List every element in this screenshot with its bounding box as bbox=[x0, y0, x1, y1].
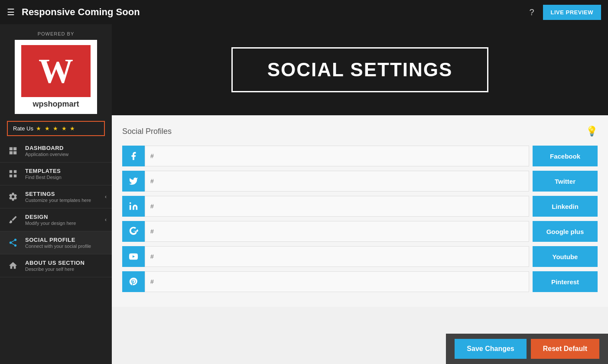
settings-panel: Social Profiles 💡 Facebook bbox=[112, 115, 608, 307]
design-icon bbox=[7, 214, 19, 226]
twitter-icon-btn bbox=[122, 171, 145, 192]
social-row-youtube: Youtube bbox=[122, 246, 598, 267]
facebook-button[interactable]: Facebook bbox=[533, 146, 598, 166]
pinterest-button[interactable]: Pinterest bbox=[533, 271, 598, 292]
save-changes-button[interactable]: Save Changes bbox=[455, 339, 526, 359]
svg-point-0 bbox=[130, 202, 131, 204]
settings-icon bbox=[7, 191, 19, 203]
live-preview-button[interactable]: LIVE PREVIEW bbox=[543, 5, 601, 20]
social-row-googleplus: Google plus bbox=[122, 221, 598, 242]
settings-sub: Customize your templates here bbox=[25, 198, 91, 203]
googleplus-button[interactable]: Google plus bbox=[533, 221, 598, 242]
social-profile-icon bbox=[7, 237, 19, 249]
pinterest-icon-btn bbox=[122, 271, 145, 292]
settings-arrow: ‹ bbox=[105, 194, 107, 200]
rate-us-label: Rate Us bbox=[13, 125, 33, 132]
googleplus-input[interactable] bbox=[145, 221, 529, 242]
facebook-icon-btn bbox=[122, 146, 145, 166]
help-icon[interactable]: ? bbox=[529, 7, 534, 17]
banner-title: SOCIAL SETTINGS bbox=[267, 59, 453, 80]
about-us-label: ABOUT US SECTION bbox=[25, 260, 85, 266]
lightbulb-icon[interactable]: 💡 bbox=[586, 126, 598, 137]
design-sub: Modify your design here bbox=[25, 221, 76, 226]
top-header: ☰ Responsive Coming Soon ? LIVE PREVIEW bbox=[0, 0, 608, 24]
main-layout: POWERED BY W wpshopmart Rate Us ★ ★ ★ ★ … bbox=[0, 24, 608, 364]
dashboard-icon bbox=[7, 145, 19, 157]
design-text: DESIGN Modify your design here bbox=[25, 214, 76, 226]
logo-letter: W bbox=[39, 54, 73, 88]
sidebar-item-settings[interactable]: SETTINGS Customize your templates here ‹ bbox=[0, 185, 112, 208]
social-profile-label: SOCIAL PROFILE bbox=[25, 237, 91, 243]
pinterest-input[interactable] bbox=[145, 271, 529, 292]
twitter-input[interactable] bbox=[145, 171, 529, 192]
sidebar-item-design[interactable]: DESIGN Modify your design here ‹ bbox=[0, 208, 112, 231]
dashboard-sub: Application overview bbox=[25, 152, 68, 157]
dashboard-text: DASHBOARD Application overview bbox=[25, 145, 68, 157]
sidebar-item-templates[interactable]: TEMPLATES Find Best Design bbox=[0, 162, 112, 185]
reset-default-button[interactable]: Reset Default bbox=[531, 339, 599, 359]
linkedin-input[interactable] bbox=[145, 196, 529, 217]
sidebar-item-about-us[interactable]: ABOUT US SECTION Describe your self here bbox=[0, 254, 112, 277]
linkedin-icon-btn bbox=[122, 196, 145, 217]
app-title: Responsive Coming Soon bbox=[22, 6, 529, 18]
social-profiles-header: Social Profiles 💡 bbox=[122, 126, 598, 137]
sidebar-nav: DASHBOARD Application overview TEMPLATES… bbox=[0, 140, 112, 364]
settings-panel-wrapper: Social Profiles 💡 Facebook bbox=[112, 115, 608, 364]
social-row-facebook: Facebook bbox=[122, 146, 598, 166]
templates-icon bbox=[7, 168, 19, 180]
social-profile-sub: Connect with your social profile bbox=[25, 244, 91, 249]
settings-label: SETTINGS bbox=[25, 191, 91, 197]
templates-sub: Find Best Design bbox=[25, 175, 62, 180]
social-row-linkedin: Linkedin bbox=[122, 196, 598, 217]
social-row-twitter: Twitter bbox=[122, 171, 598, 192]
facebook-input[interactable] bbox=[145, 146, 529, 166]
action-bar: Save Changes Reset Default bbox=[446, 334, 608, 364]
social-profiles-title: Social Profiles bbox=[122, 127, 172, 136]
youtube-icon-btn bbox=[122, 246, 145, 267]
brand-logo: W wpshopmart bbox=[15, 40, 97, 114]
youtube-button[interactable]: Youtube bbox=[533, 246, 598, 267]
googleplus-icon-btn bbox=[122, 221, 145, 242]
brand-name: wpshopmart bbox=[33, 100, 79, 109]
sidebar: POWERED BY W wpshopmart Rate Us ★ ★ ★ ★ … bbox=[0, 24, 112, 364]
social-row-pinterest: Pinterest bbox=[122, 271, 598, 292]
linkedin-button[interactable]: Linkedin bbox=[533, 196, 598, 217]
templates-text: TEMPLATES Find Best Design bbox=[25, 168, 62, 180]
powered-by-label: POWERED BY bbox=[0, 24, 112, 40]
design-label: DESIGN bbox=[25, 214, 76, 220]
hamburger-icon[interactable]: ☰ bbox=[7, 7, 15, 17]
about-us-sub: Describe your self here bbox=[25, 266, 85, 272]
banner-inner: SOCIAL SETTINGS bbox=[231, 47, 489, 92]
about-us-icon bbox=[7, 260, 19, 272]
design-arrow: ‹ bbox=[105, 217, 107, 223]
sidebar-item-dashboard[interactable]: DASHBOARD Application overview bbox=[0, 140, 112, 162]
rate-us-button[interactable]: Rate Us ★ ★ ★ ★ ★ bbox=[7, 121, 105, 136]
social-profile-text: SOCIAL PROFILE Connect with your social … bbox=[25, 237, 91, 249]
rate-us-stars: ★ ★ ★ ★ ★ bbox=[36, 125, 76, 132]
youtube-input[interactable] bbox=[145, 246, 529, 267]
sidebar-item-social-profile[interactable]: SOCIAL PROFILE Connect with your social … bbox=[0, 231, 112, 254]
content-area: SOCIAL SETTINGS Social Profiles 💡 Facebo… bbox=[112, 24, 608, 364]
twitter-button[interactable]: Twitter bbox=[533, 171, 598, 192]
dashboard-label: DASHBOARD bbox=[25, 145, 68, 151]
logo-box: W bbox=[21, 45, 91, 97]
about-us-text: ABOUT US SECTION Describe your self here bbox=[25, 260, 85, 272]
settings-text: SETTINGS Customize your templates here bbox=[25, 191, 91, 203]
banner: SOCIAL SETTINGS bbox=[112, 24, 608, 115]
templates-label: TEMPLATES bbox=[25, 168, 62, 174]
